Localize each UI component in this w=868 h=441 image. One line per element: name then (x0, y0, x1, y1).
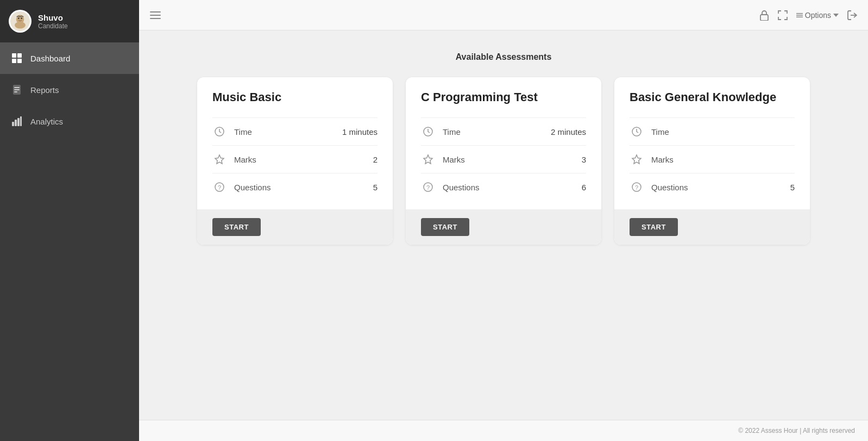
topbar-left (150, 11, 161, 19)
svg-point-2 (17, 16, 24, 23)
svg-point-3 (15, 22, 26, 29)
analytics-icon (11, 115, 23, 127)
card-title-music-basic: Music Basic (212, 90, 378, 104)
card-row-marks-2: Marks 3 (421, 145, 586, 173)
card-row-questions: ? Questions 5 (212, 173, 378, 201)
logout-icon[interactable] (847, 10, 857, 20)
card-row-marks: Marks 2 (212, 145, 378, 173)
row-label-questions-3: Questions (651, 183, 783, 192)
svg-rect-18 (760, 15, 768, 21)
reports-icon (11, 84, 23, 96)
svg-text:?: ? (635, 184, 638, 191)
assessment-card-general-knowledge: Basic General Knowledge Time (614, 77, 810, 245)
topbar: Options (139, 0, 868, 30)
sidebar-item-analytics[interactable]: Analytics (0, 105, 139, 137)
row-value-questions-2: 6 (582, 183, 586, 192)
card-row-questions-2: ? Questions 6 (421, 173, 586, 201)
card-row-marks-3: Marks (630, 145, 795, 173)
row-value-marks-2: 3 (582, 155, 586, 164)
row-label-marks: Marks (234, 155, 366, 164)
content-area: Available Assessments Music Basic Time (139, 30, 868, 420)
user-role: Candidate (38, 22, 68, 30)
sidebar-item-reports[interactable]: Reports (0, 74, 139, 105)
topbar-right: Options (759, 10, 857, 21)
questions-icon: ? (212, 180, 227, 194)
svg-marker-29 (632, 155, 641, 164)
svg-point-4 (18, 17, 20, 19)
marks-icon (212, 152, 227, 166)
row-label-marks-3: Marks (651, 155, 787, 164)
sidebar-item-dashboard-label: Dashboard (30, 54, 70, 63)
assessments-grid: Music Basic Time 1 minutes (161, 77, 846, 245)
start-button-music-basic[interactable]: START (212, 218, 261, 236)
row-value-marks: 2 (373, 155, 378, 164)
row-value-questions-3: 5 (790, 183, 795, 192)
questions-icon-2: ? (421, 180, 435, 194)
start-button-general-knowledge[interactable]: START (630, 218, 678, 236)
avatar (9, 10, 32, 33)
row-value-time: 1 minutes (342, 127, 378, 136)
row-value-questions: 5 (373, 183, 378, 192)
page-title: Available Assessments (161, 52, 846, 62)
svg-rect-6 (12, 53, 16, 58)
row-value-time-2: 2 minutes (551, 127, 586, 136)
assessment-card-c-programming: C Programming Test Time 2 minutes (406, 77, 601, 245)
sidebar-nav: Dashboard Reports (0, 42, 139, 137)
svg-rect-16 (17, 118, 20, 126)
lock-icon[interactable] (759, 10, 769, 21)
start-button-c-programming[interactable]: START (421, 218, 469, 236)
svg-rect-15 (15, 120, 17, 126)
svg-rect-13 (14, 91, 17, 92)
card-title-general-knowledge: Basic General Knowledge (630, 90, 795, 104)
user-name: Shuvo (38, 13, 68, 22)
svg-point-5 (21, 17, 22, 19)
row-label-time: Time (234, 127, 335, 136)
svg-marker-25 (424, 155, 432, 164)
user-profile: Shuvo Candidate (0, 0, 139, 42)
svg-text:?: ? (218, 184, 221, 191)
sidebar-item-analytics-label: Analytics (30, 117, 63, 126)
questions-icon-3: ? (630, 180, 644, 194)
time-icon (212, 125, 227, 139)
menu-toggle[interactable] (150, 11, 161, 19)
svg-rect-12 (14, 89, 20, 90)
card-row-time-3: Time (630, 117, 795, 145)
fullscreen-icon[interactable] (778, 10, 788, 20)
card-title-c-programming: C Programming Test (421, 90, 586, 104)
svg-rect-8 (12, 59, 16, 63)
svg-rect-17 (20, 116, 22, 126)
svg-rect-7 (17, 53, 22, 58)
user-info: Shuvo Candidate (38, 13, 68, 30)
options-label: Options (805, 11, 831, 20)
time-icon-2 (421, 125, 435, 139)
options-button[interactable]: Options (796, 11, 839, 20)
svg-rect-9 (17, 59, 22, 63)
main-area: Options Available Assessments Music Basi… (139, 0, 868, 441)
card-row-questions-3: ? Questions 5 (630, 173, 795, 201)
row-label-questions-2: Questions (443, 183, 574, 192)
svg-rect-14 (12, 122, 14, 126)
row-label-marks-2: Marks (443, 155, 574, 164)
card-row-time-2: Time 2 minutes (421, 117, 586, 145)
copyright-text: © 2022 Assess Hour | All rights reserved (738, 427, 855, 434)
footer: © 2022 Assess Hour | All rights reserved (139, 420, 868, 441)
time-icon-3 (630, 125, 644, 139)
sidebar: Shuvo Candidate Dashboard (0, 0, 139, 441)
row-label-time-2: Time (443, 127, 543, 136)
marks-icon-2 (421, 152, 435, 166)
marks-icon-3 (630, 152, 644, 166)
sidebar-item-dashboard[interactable]: Dashboard (0, 42, 139, 74)
svg-rect-11 (14, 87, 20, 88)
row-label-questions: Questions (234, 183, 366, 192)
row-label-time-3: Time (651, 127, 787, 136)
assessment-card-music-basic: Music Basic Time 1 minutes (197, 77, 393, 245)
sidebar-item-reports-label: Reports (30, 85, 59, 95)
card-row-time: Time 1 minutes (212, 117, 378, 145)
dashboard-icon (11, 52, 23, 64)
svg-text:?: ? (426, 184, 430, 191)
svg-marker-21 (215, 155, 224, 164)
